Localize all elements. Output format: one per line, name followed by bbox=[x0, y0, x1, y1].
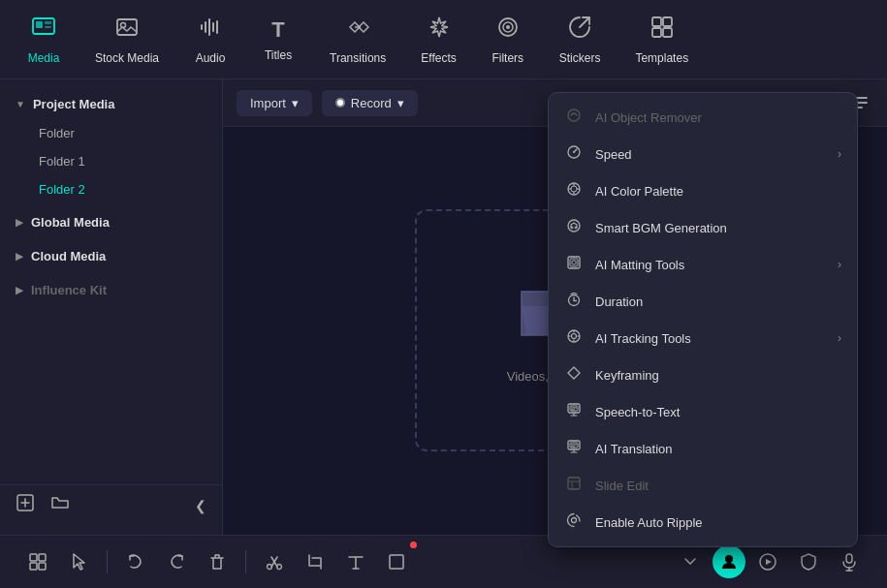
sidebar-header-cloud-media[interactable]: ▶ Cloud Media bbox=[0, 241, 222, 271]
new-project-icon[interactable] bbox=[16, 493, 35, 517]
nav-item-stock-media[interactable]: Stock Media bbox=[78, 7, 176, 73]
svg-rect-4 bbox=[117, 19, 137, 35]
menu-label-ai-object-remover: AI Object Remover bbox=[595, 110, 702, 125]
sidebar-section-project-media: ▼ Project Media Folder Folder 1 Folder 2 bbox=[0, 89, 222, 203]
menu-label-ai-tracking: AI Tracking Tools bbox=[595, 331, 691, 346]
project-media-label: Project Media bbox=[33, 97, 115, 111]
menu-item-ai-translation[interactable]: AI Translation bbox=[549, 430, 857, 467]
expand-arrow-global: ▶ bbox=[16, 217, 23, 228]
nav-item-media[interactable]: Media bbox=[10, 7, 78, 73]
stock-media-icon bbox=[114, 15, 140, 46]
toolbar-divider-1 bbox=[107, 550, 108, 573]
nav-item-audio[interactable]: Audio bbox=[176, 7, 244, 73]
svg-point-14 bbox=[568, 109, 580, 121]
record-button[interactable]: Record ▾ bbox=[322, 90, 418, 116]
nav-item-titles[interactable]: T Titles bbox=[244, 10, 312, 70]
cloud-media-label: Cloud Media bbox=[31, 249, 106, 263]
folder-open-icon[interactable] bbox=[50, 493, 70, 517]
play-button[interactable] bbox=[749, 543, 786, 580]
crop-button[interactable] bbox=[297, 543, 333, 580]
folder-1-label: Folder 1 bbox=[39, 154, 85, 169]
nav-item-transitions[interactable]: Transitions bbox=[312, 7, 403, 73]
sidebar-header-project-media[interactable]: ▼ Project Media bbox=[0, 89, 222, 119]
record-dropdown-arrow[interactable]: ▾ bbox=[397, 96, 404, 110]
audio-icon bbox=[198, 15, 223, 46]
ai-tracking-icon bbox=[564, 328, 584, 348]
sidebar-collapse-btn[interactable]: ❮ bbox=[195, 498, 206, 513]
dropdown-menu: AI Object Remover Speed › AI Color Pale bbox=[548, 92, 858, 547]
nav-label-filters: Filters bbox=[491, 51, 523, 65]
filters-icon bbox=[495, 15, 521, 46]
record-label: Record bbox=[351, 96, 392, 110]
menu-item-ai-tracking[interactable]: AI Tracking Tools › bbox=[549, 320, 857, 356]
nav-item-effects[interactable]: Effects bbox=[403, 7, 473, 73]
nav-item-filters[interactable]: Filters bbox=[474, 7, 542, 73]
import-label: Import bbox=[250, 96, 286, 110]
menu-label-smart-bgm: Smart BGM Generation bbox=[595, 221, 727, 235]
menu-item-ai-matting[interactable]: AI Matting Tools › bbox=[549, 246, 857, 283]
transitions-icon bbox=[345, 15, 370, 46]
expand-arrow-cloud: ▶ bbox=[16, 251, 23, 262]
more-tools-button[interactable] bbox=[672, 543, 709, 580]
menu-item-keyframing[interactable]: Keyframing bbox=[549, 356, 857, 393]
speech-to-text-icon bbox=[564, 402, 584, 421]
svg-rect-30 bbox=[572, 261, 576, 264]
menu-label-duration: Duration bbox=[595, 294, 643, 309]
top-nav: Media Stock Media Audio T Titles bbox=[0, 0, 887, 79]
svg-rect-50 bbox=[30, 554, 37, 561]
sidebar-section-influence-kit: ▶ Influence Kit bbox=[0, 275, 222, 305]
transform-button[interactable] bbox=[378, 543, 415, 580]
sidebar-item-folder-1[interactable]: Folder 1 bbox=[0, 147, 222, 175]
mic-button[interactable] bbox=[831, 543, 868, 580]
menu-item-auto-ripple[interactable]: Enable Auto Ripple bbox=[549, 504, 857, 541]
delete-button[interactable] bbox=[199, 543, 236, 580]
menu-item-smart-bgm[interactable]: Smart BGM Generation bbox=[549, 209, 857, 246]
svg-rect-12 bbox=[663, 28, 672, 37]
media-icon bbox=[31, 15, 56, 46]
sidebar-header-influence-kit[interactable]: ▶ Influence Kit bbox=[0, 275, 222, 305]
nav-item-stickers[interactable]: Stickers bbox=[542, 7, 618, 73]
svg-point-23 bbox=[568, 220, 580, 232]
grid-button[interactable] bbox=[19, 543, 56, 580]
expand-arrow-project: ▼ bbox=[16, 99, 25, 109]
undo-button[interactable] bbox=[117, 543, 154, 580]
slide-edit-icon bbox=[564, 476, 584, 495]
avatar-button[interactable] bbox=[713, 545, 745, 578]
effects-icon bbox=[427, 15, 452, 46]
ai-translation-icon bbox=[564, 439, 584, 458]
cut-button[interactable] bbox=[256, 543, 293, 580]
redo-button[interactable] bbox=[158, 543, 195, 580]
menu-item-speech-to-text[interactable]: Speech-to-Text bbox=[549, 393, 857, 430]
import-button[interactable]: Import ▾ bbox=[237, 90, 312, 116]
menu-item-ai-color-palette[interactable]: AI Color Palette bbox=[549, 172, 857, 209]
ai-color-palette-icon bbox=[564, 181, 584, 201]
svg-rect-1 bbox=[36, 21, 43, 28]
nav-item-templates[interactable]: Templates bbox=[618, 7, 706, 73]
nav-label-stickers: Stickers bbox=[559, 51, 601, 65]
ai-tracking-submenu-arrow: › bbox=[838, 331, 841, 345]
shield-button[interactable] bbox=[790, 543, 827, 580]
bottom-toolbar-right bbox=[672, 543, 868, 580]
svg-rect-9 bbox=[652, 17, 661, 26]
templates-icon bbox=[649, 15, 675, 46]
svg-rect-29 bbox=[570, 259, 578, 266]
duration-icon bbox=[564, 292, 584, 311]
select-cursor-button[interactable] bbox=[60, 543, 97, 580]
sidebar-item-folder[interactable]: Folder bbox=[0, 119, 222, 147]
svg-point-16 bbox=[573, 151, 575, 153]
text-button[interactable] bbox=[337, 543, 374, 580]
menu-item-slide-edit[interactable]: Slide Edit bbox=[549, 467, 857, 504]
sidebar: ▼ Project Media Folder Folder 1 Folder 2… bbox=[0, 79, 223, 535]
sidebar-item-folder-2[interactable]: Folder 2 bbox=[0, 175, 222, 203]
menu-label-speech-to-text: Speech-to-Text bbox=[595, 405, 680, 419]
toolbar-divider-2 bbox=[245, 550, 246, 573]
menu-item-ai-object-remover[interactable]: AI Object Remover bbox=[549, 99, 857, 136]
sidebar-header-global-media[interactable]: ▶ Global Media bbox=[0, 207, 222, 237]
menu-item-duration[interactable]: Duration bbox=[549, 283, 857, 320]
nav-label-titles: Titles bbox=[265, 48, 292, 62]
sidebar-section-cloud-media: ▶ Cloud Media bbox=[0, 241, 222, 271]
menu-label-ai-matting: AI Matting Tools bbox=[595, 258, 684, 272]
menu-item-speed[interactable]: Speed › bbox=[549, 136, 857, 172]
svg-rect-51 bbox=[39, 554, 46, 561]
import-dropdown-arrow[interactable]: ▾ bbox=[292, 96, 299, 110]
